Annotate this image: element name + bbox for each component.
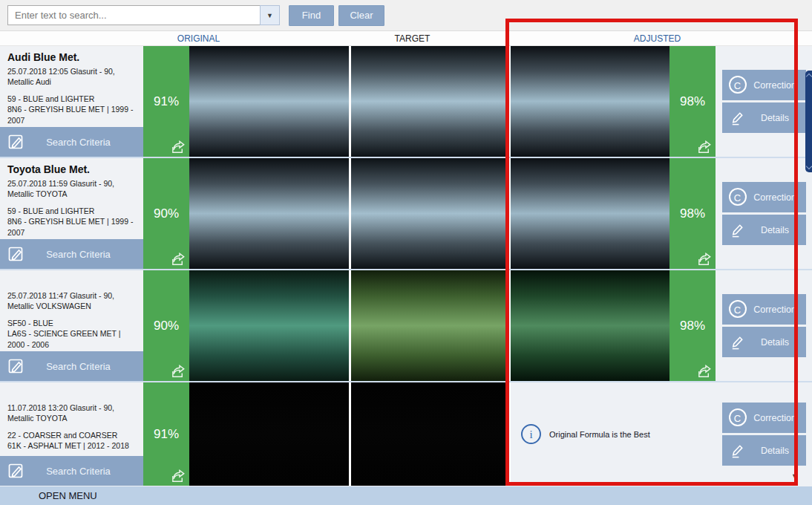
color-code-line: 8N6 - GREYISH BLUE MET | 1999 - 2007: [7, 216, 134, 237]
adjusted-match-panel: 98%: [669, 270, 716, 381]
pencil-icon: [729, 109, 746, 126]
share-icon[interactable]: [696, 362, 713, 379]
result-info-panel: 11.07.2018 13:20 Glasurit - 90, Metallic…: [0, 382, 143, 486]
search-dropdown-button[interactable]: ▼: [260, 5, 280, 25]
result-codes: 22 - COARSER and COARSER 61K - ASPHALT M…: [7, 430, 134, 451]
clear-button[interactable]: Clear: [338, 5, 384, 26]
search-input[interactable]: [7, 5, 260, 25]
correction-button[interactable]: C Correction: [722, 403, 806, 433]
target-color-swatch[interactable]: [351, 158, 508, 269]
original-color-swatch[interactable]: [189, 158, 349, 269]
result-info-panel: Toyota Blue Met. 25.07.2018 11:59 Glasur…: [0, 158, 143, 269]
original-match-percent: 91%: [154, 94, 179, 109]
adjusted-match-panel: 98%: [669, 158, 716, 269]
original-match-panel: 91%: [143, 46, 189, 157]
result-meta: 25.07.2018 11:47 Glasurit - 90, Metallic…: [7, 291, 134, 311]
result-row-audi-blue-met: Audi Blue Met. 25.07.2018 12:05 Glasurit…: [0, 46, 812, 157]
correction-button[interactable]: C Correction: [722, 294, 806, 325]
row-actions: C Correction Details: [716, 382, 812, 486]
correction-c-icon: C: [729, 188, 747, 206]
note-edit-icon: [7, 133, 24, 151]
original-match-panel: 90%: [143, 270, 189, 381]
result-row-toyota-blue-met: Toyota Blue Met. 25.07.2018 11:59 Glasur…: [0, 158, 812, 269]
original-match-percent: 91%: [154, 427, 179, 442]
result-info-panel: 25.07.2018 11:47 Glasurit - 90, Metallic…: [0, 270, 143, 381]
result-info-panel: Audi Blue Met. 25.07.2018 12:05 Glasurit…: [0, 46, 143, 157]
original-color-swatch[interactable]: [189, 382, 349, 486]
details-label: Details: [761, 337, 789, 348]
open-menu-bar[interactable]: OPEN MENU: [0, 486, 812, 505]
result-title: [7, 388, 136, 400]
correction-label: Correction: [753, 304, 796, 315]
adjusted-match-percent: 98%: [680, 206, 705, 221]
scroll-down-indicator[interactable]: ▼: [791, 472, 798, 480]
target-color-swatch[interactable]: [351, 270, 508, 381]
details-button[interactable]: Details: [722, 102, 806, 133]
share-icon[interactable]: [170, 250, 187, 267]
note-edit-icon: [7, 462, 24, 480]
column-header-original[interactable]: ORIGINAL: [0, 33, 397, 44]
row-actions: C Correction Details: [716, 46, 812, 157]
adjusted-color-swatch[interactable]: [511, 46, 669, 157]
result-meta: 11.07.2018 13:20 Glasurit - 90, Metallic…: [7, 403, 134, 423]
result-codes: SF50 - BLUE LA6S - SCIENCE GREEN MET | 2…: [7, 318, 134, 350]
details-label: Details: [761, 225, 789, 235]
original-match-percent: 90%: [154, 319, 179, 333]
original-color-swatch[interactable]: [189, 46, 349, 157]
adjusted-match-percent: 98%: [680, 319, 705, 333]
result-codes: 59 - BLUE and LIGHTER 8N6 - GREYISH BLUE…: [7, 206, 134, 238]
target-color-swatch[interactable]: [351, 382, 508, 486]
column-header-adjusted[interactable]: ADJUSTED: [509, 33, 805, 44]
pencil-icon: [729, 442, 746, 459]
original-match-percent: 90%: [154, 206, 179, 221]
result-row-toyota-asphalt: 11.07.2018 13:20 Glasurit - 90, Metallic…: [0, 382, 812, 486]
effect-code-line: 59 - BLUE and LIGHTER: [7, 206, 134, 216]
search-criteria-button[interactable]: Search Criteria: [0, 239, 143, 269]
result-meta: 25.07.2018 11:59 Glasurit - 90, Metallic…: [7, 179, 134, 199]
caret-down-icon: ▼: [266, 12, 273, 19]
row-actions: C Correction Details: [716, 158, 812, 269]
share-icon[interactable]: [696, 250, 713, 267]
search-criteria-button[interactable]: Search Criteria: [0, 127, 143, 157]
correction-c-icon: C: [729, 408, 747, 426]
side-panel-tab[interactable]: [805, 71, 812, 172]
correction-button[interactable]: C Correction: [722, 70, 806, 100]
original-color-swatch[interactable]: [189, 270, 349, 381]
adjusted-match-percent: 98%: [680, 94, 705, 109]
adjusted-result-message: i Original Formula is the Best: [511, 382, 716, 486]
row-actions: C Correction Details: [716, 270, 812, 381]
result-row-volkswagen-green: 25.07.2018 11:47 Glasurit - 90, Metallic…: [0, 270, 812, 381]
correction-c-icon: C: [729, 300, 747, 318]
original-match-panel: 91%: [143, 382, 189, 486]
effect-code-line: SF50 - BLUE: [7, 318, 134, 328]
result-title: [7, 276, 136, 288]
share-icon[interactable]: [170, 138, 187, 155]
original-match-panel: 90%: [143, 158, 189, 269]
details-label: Details: [761, 446, 789, 456]
column-header-row: ORIGINAL TARGET ADJUSTED: [0, 31, 812, 46]
search-criteria-button[interactable]: Search Criteria: [0, 456, 143, 486]
effect-code-line: 22 - COARSER and COARSER: [7, 430, 134, 440]
details-button[interactable]: Details: [722, 435, 806, 466]
correction-label: Correction: [753, 192, 796, 203]
note-edit-icon: [7, 245, 24, 263]
details-button[interactable]: Details: [722, 327, 806, 357]
find-button[interactable]: Find: [289, 5, 334, 26]
color-code-line: LA6S - SCIENCE GREEN MET | 2000 - 2006: [7, 328, 134, 349]
share-icon[interactable]: [170, 467, 187, 484]
search-criteria-button[interactable]: Search Criteria: [0, 351, 143, 381]
search-toolbar: ▼ Find Clear: [0, 0, 812, 31]
correction-button[interactable]: C Correction: [722, 182, 806, 212]
share-icon[interactable]: [170, 362, 187, 379]
adjusted-color-swatch[interactable]: [511, 158, 669, 269]
info-icon: i: [521, 424, 541, 444]
share-icon[interactable]: [696, 138, 713, 155]
column-header-target[interactable]: TARGET: [351, 33, 474, 44]
target-color-swatch[interactable]: [351, 46, 508, 157]
correction-label: Correction: [753, 80, 796, 91]
color-match-results-window: ▼ Find Clear ORIGINAL TARGET ADJUSTED Au…: [0, 0, 812, 505]
details-button[interactable]: Details: [722, 215, 806, 245]
color-code-line: 8N6 - GREYISH BLUE MET | 1999 - 2007: [7, 104, 134, 125]
correction-c-icon: C: [729, 76, 747, 94]
adjusted-color-swatch[interactable]: [511, 270, 669, 381]
